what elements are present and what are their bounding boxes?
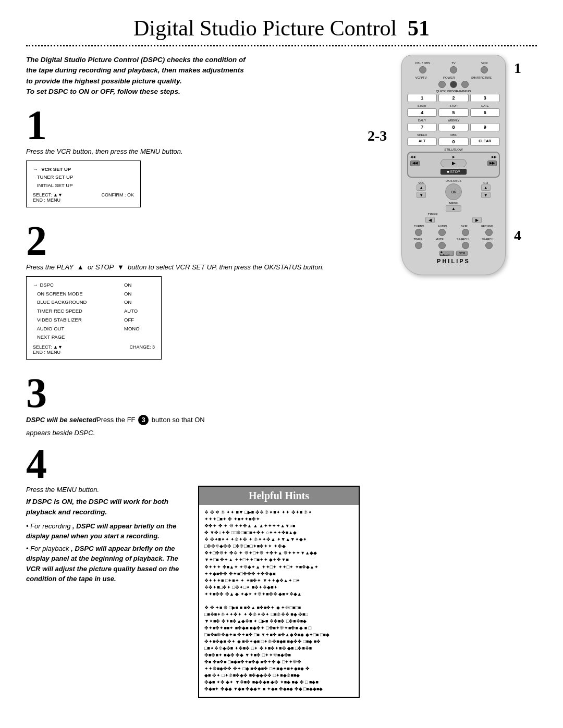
dbs-label: DBS	[438, 133, 468, 137]
menu-arrow-icon: →	[33, 166, 38, 172]
btn-clear[interactable]: CLEAR	[470, 138, 500, 146]
transport-row2: ■ STOP	[410, 169, 497, 175]
step1-instruction: Press the VCR button, then press the MEN…	[26, 147, 360, 156]
btn-6[interactable]: 6	[470, 108, 500, 117]
btn-alt[interactable]: ALT	[407, 138, 437, 146]
skip-button[interactable]	[462, 229, 469, 236]
menu-button-row: ▲	[407, 205, 500, 212]
step3-section: 3 DSPC will be selectedPress the FF 3 bu…	[26, 372, 360, 438]
step4-number: 4	[26, 443, 360, 485]
menu-label-remote: MENU	[407, 202, 500, 205]
timer-left-button[interactable]: ◀	[425, 217, 435, 223]
btn-3[interactable]: 3	[470, 94, 500, 102]
btn-0[interactable]: 0	[438, 138, 468, 146]
vol-down-button[interactable]: ▼	[417, 192, 426, 198]
rew-button[interactable]: ◀◀	[410, 161, 420, 166]
vol-buttons: ▲ ▼	[417, 184, 426, 198]
btn-2[interactable]: 2	[438, 94, 468, 102]
menu-item-tuner: TUNER SET UP	[33, 173, 134, 181]
menu-item-initial: INITIAL SET UP	[33, 181, 134, 189]
transport-top-labels: ◀◀ ▶ ▶▶	[410, 155, 497, 158]
helpful-hints-box: Helpful Hints ❖ ✤ ✲ ❊ ✦✦ ■▼ □▶■ ✤❖ ❊✦■✦ …	[198, 486, 360, 698]
audio-label: AUDIO	[438, 225, 447, 228]
step3-text: DSPC will be selectedPress the FF 3 butt…	[26, 415, 360, 425]
ch-down-button[interactable]: ▼	[481, 192, 491, 198]
power-label: POWER	[443, 76, 455, 79]
mute-button[interactable]	[438, 242, 446, 249]
step1-menu: → VCR SET UP TUNER SET UP INITIAL SET UP…	[26, 161, 141, 207]
search4-button[interactable]	[485, 242, 493, 249]
num-labels-row1: START STOP DATE	[407, 104, 500, 107]
step4-left: Press the MENU button. If DSPC is ON, th…	[26, 486, 179, 586]
timer2-button[interactable]	[415, 242, 422, 249]
bottom-buttons-row	[407, 242, 500, 249]
quick-programming-label: QUICK PROGRAMMING	[407, 90, 500, 93]
helpful-hints-title: Helpful Hints	[199, 487, 359, 505]
turbo-button[interactable]	[415, 229, 422, 236]
turbo-row-labels: TURBO AUDIO SKIP REC END	[407, 225, 500, 228]
btn-1[interactable]: 1	[407, 94, 437, 102]
timer2-label: TIMER	[413, 238, 422, 241]
menu-end: END : MENU	[33, 198, 134, 203]
rew-label: ◀◀	[410, 155, 415, 158]
remote-step-label-23: 2-3	[368, 128, 387, 144]
vcr-button[interactable]	[481, 66, 488, 73]
vcr-tv-power-buttons	[407, 81, 500, 88]
main-layout: The Digital Studio Picture Control (DSPC…	[26, 55, 537, 703]
btn-9[interactable]: 9	[470, 123, 500, 131]
num-labels-row2: DAILY WEEKLY	[407, 119, 500, 122]
timer-right-button[interactable]: ▶	[472, 217, 482, 223]
rec-end-button[interactable]	[485, 229, 493, 236]
remote-step-label-1: 1	[514, 60, 521, 77]
daily-label: DAILY	[407, 119, 437, 122]
tv-button[interactable]	[450, 66, 457, 73]
step1-section: 1 Press the VCR button, then press the M…	[26, 104, 360, 215]
audio-button[interactable]	[438, 229, 446, 236]
menu-item-arrow: → VCR SET UP	[33, 165, 134, 173]
empty-label	[470, 119, 500, 122]
ok-status-label: OK/STATUS	[445, 179, 462, 182]
menu-button[interactable]: ▲	[446, 205, 461, 212]
menu-row-next-page: NEXT PAGE	[33, 333, 155, 342]
vcr-tv-button[interactable]	[438, 81, 446, 88]
power-button[interactable]	[450, 81, 457, 88]
step4-layout: Press the MENU button. If DSPC is ON, th…	[26, 486, 360, 698]
search3-button[interactable]	[462, 242, 469, 249]
stop-button[interactable]: ■ STOP	[440, 169, 467, 175]
play-button[interactable]: ▶	[440, 159, 467, 167]
page-title: Digital Studio Picture Control 51	[133, 16, 430, 40]
btn-5[interactable]: 5	[438, 108, 468, 117]
menu-row-video-stab: VIDEO STABILIZER OFF	[33, 316, 155, 325]
cbl-dbs-button[interactable]	[419, 66, 426, 73]
weekly-label: WEEKLY	[438, 119, 468, 122]
btn-7[interactable]: 7	[407, 123, 437, 131]
vcr-label: VCR	[472, 61, 496, 65]
ok-status-button[interactable]: OK	[445, 183, 462, 200]
numpad-row2: 4 5 6	[407, 108, 500, 117]
empty-label2	[470, 133, 500, 137]
timer-left-label: TIMER	[428, 213, 438, 216]
source-labels: CBL / DBS TV VCR	[407, 61, 500, 65]
ff-button[interactable]: ▶▶	[487, 161, 497, 166]
step3-text2: appears beside DSPC.	[26, 428, 360, 438]
vol-up-button[interactable]: ▲	[417, 184, 426, 191]
source-buttons	[407, 66, 500, 73]
skip-label: SKIP	[461, 225, 468, 228]
ch-up-button[interactable]: ▲	[481, 184, 491, 191]
btn-8[interactable]: 8	[438, 123, 468, 131]
turbo-buttons-row	[407, 229, 500, 236]
smart-picture-button[interactable]	[461, 81, 469, 88]
otr-button[interactable]: OTR	[456, 251, 468, 256]
still-slow-label: STILL/SLOW	[407, 148, 500, 151]
numpad: 1 2 3	[407, 94, 500, 102]
eject-button[interactable]: ▲ EJECT	[439, 251, 454, 256]
step2-instruction: Press the PLAY ▲ or STOP ▼ button to sel…	[26, 263, 360, 272]
step4-section: 4 Press the MENU button. If DSPC is ON, …	[26, 443, 360, 698]
timer-buttons-row: ◀ ▶	[407, 217, 500, 223]
step4-press: Press the MENU button.	[26, 486, 179, 493]
menu-row-timer-rec: TIMER REC SPEED AUTO	[33, 307, 155, 316]
numpad-row3: 7 8 9	[407, 123, 500, 131]
btn-4[interactable]: 4	[407, 108, 437, 117]
menu-row-osd: ON SCREEN MODE ON	[33, 290, 155, 299]
bottom-labels-row: TIMER MUTE SEARCH SEARCH	[407, 238, 500, 241]
